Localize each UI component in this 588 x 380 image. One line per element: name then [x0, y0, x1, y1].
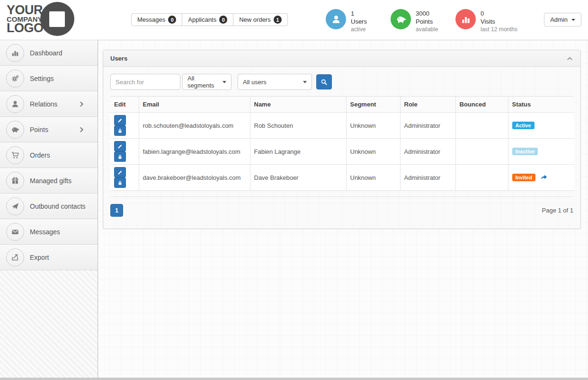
segments-select[interactable]: All segments [182, 74, 232, 90]
stat-users: 1 Users active [326, 9, 391, 33]
edit-cell [110, 165, 139, 191]
table-row: rob.schouten@leadstoloyals.comRob Schout… [110, 113, 574, 139]
redo-arrow-icon[interactable] [540, 174, 548, 181]
sidebar-item-relations[interactable]: Relations [0, 91, 98, 117]
nav-button-new-orders[interactable]: New orders1 [233, 13, 287, 26]
bounced-cell [455, 165, 508, 191]
admin-menu-button[interactable]: Admin [544, 13, 581, 27]
stat-sublabel: last 12 months [481, 26, 517, 34]
column-header-status: Status [508, 97, 574, 113]
sidebar-item-label: Points [30, 126, 48, 133]
page-1-button[interactable]: 1 [110, 204, 123, 217]
role-cell: Administrator [400, 139, 455, 165]
sidebar-item-export[interactable]: Export [0, 245, 98, 270]
sidebar-item-label: Export [30, 254, 49, 261]
lock-icon [117, 128, 123, 134]
sidebar-item-dashboard[interactable]: Dashboard [0, 40, 98, 66]
users-select-value: All users [243, 79, 267, 86]
column-header-segment: Segment [346, 97, 400, 113]
sidebar-item-label: Relations [30, 100, 57, 108]
page-info: Page 1 of 1 [542, 207, 574, 214]
pencil-icon [117, 169, 123, 176]
stat-text: 1 Users active [351, 9, 367, 33]
lock-user-button[interactable] [114, 177, 126, 188]
stat-text: 3000 Points available [416, 9, 438, 33]
search-input[interactable] [110, 74, 180, 90]
edit-user-button[interactable] [114, 167, 126, 177]
email-cell: dave.brakeboer@leadstoloyals.com [139, 165, 250, 191]
bottom-scrollbar[interactable] [0, 378, 588, 380]
users-table: EditEmailNameSegmentRoleBouncedStatus ro… [110, 96, 573, 191]
users-select[interactable]: All users [238, 74, 312, 90]
sidebar-item-label: Settings [30, 75, 54, 82]
panel-title: Users [110, 55, 127, 62]
stat-visits: 0 Visits last 12 months [455, 9, 520, 33]
user-icon [326, 9, 346, 29]
lock-user-button[interactable] [114, 151, 126, 162]
sidebar-item-label: Managed gifts [30, 177, 71, 185]
users-panel-header: Users [103, 50, 580, 67]
nav-button-messages[interactable]: Messages0 [131, 13, 182, 26]
name-cell: Rob Schouten [250, 113, 346, 139]
chevron-right-icon [78, 126, 85, 133]
stat-value: 3000 [416, 10, 438, 18]
role-cell: Administrator [400, 165, 455, 191]
gears-icon [6, 70, 24, 88]
stat-sublabel: active [351, 26, 367, 34]
stat-value: 1 [351, 10, 367, 18]
stat-value: 0 [481, 10, 517, 18]
users-panel: Users All segments All users [103, 50, 581, 229]
sidebar-item-orders[interactable]: Orders [0, 142, 98, 168]
sidebar-filler [0, 270, 98, 380]
sidebar-item-label: Outbound contacts [30, 203, 86, 210]
bar-chart-icon [6, 44, 24, 62]
lock-icon [117, 180, 123, 186]
lock-user-button[interactable] [114, 125, 126, 136]
bounced-cell [455, 113, 508, 139]
sidebar-item-settings[interactable]: Settings [0, 66, 98, 91]
chevron-up-icon[interactable] [566, 55, 573, 62]
nav-button-label: Messages [137, 16, 165, 23]
segment-cell: Unknown [346, 165, 400, 191]
sidebar: DashboardSettingsRelationsPointsOrdersMa… [0, 40, 98, 380]
edit-user-button[interactable] [114, 115, 126, 125]
nav-button-label: Applicants [188, 16, 216, 23]
sidebar-item-outbound-contacts[interactable]: Outbound contacts [0, 194, 98, 219]
admin-label: Admin [550, 16, 568, 23]
status-cell: Active [508, 113, 574, 139]
edit-user-button[interactable] [114, 141, 126, 151]
sidebar-item-label: Dashboard [30, 49, 62, 57]
status-badge: Active [512, 122, 535, 129]
lock-icon [117, 154, 123, 160]
stat-label: Users [351, 18, 367, 26]
logo-line: YOUR [7, 5, 44, 16]
nav-button-applicants[interactable]: Applicants0 [182, 13, 233, 26]
stat-text: 0 Visits last 12 months [481, 9, 517, 33]
main-content: Users All segments All users [98, 40, 588, 380]
column-header-bounced: Bounced [455, 97, 508, 113]
bounced-cell [455, 139, 508, 165]
piggy-bank-icon [6, 121, 24, 139]
envelope-icon [6, 223, 24, 241]
sidebar-item-messages[interactable]: Messages [0, 219, 98, 245]
search-button[interactable] [316, 74, 332, 89]
sidebar-item-managed-gifts[interactable]: Managed gifts [0, 168, 98, 194]
edit-cell [110, 113, 139, 139]
stat-points: 3000 Points available [391, 9, 455, 33]
status-badge: Inactive [512, 148, 538, 155]
caret-down-icon [303, 81, 307, 83]
stat-sublabel: available [416, 26, 438, 34]
top-header: YOUR COMPANY LOGO Messages0Applicants0Ne… [0, 0, 588, 40]
status-cell: Invited [508, 165, 574, 191]
stat-label: Visits [481, 18, 517, 26]
column-header-name: Name [250, 97, 346, 113]
count-badge: 0 [168, 16, 176, 24]
chevron-right-icon [78, 100, 85, 107]
status-badge: Invited [512, 174, 535, 181]
sidebar-item-label: Orders [30, 151, 50, 159]
logo-line: LOGO [7, 23, 44, 34]
search-icon [321, 79, 328, 86]
table-row: fabien.lagrange@leadstoloyals.comFabien … [110, 139, 574, 165]
sidebar-item-points[interactable]: Points [0, 117, 98, 142]
logo-square [49, 11, 65, 27]
